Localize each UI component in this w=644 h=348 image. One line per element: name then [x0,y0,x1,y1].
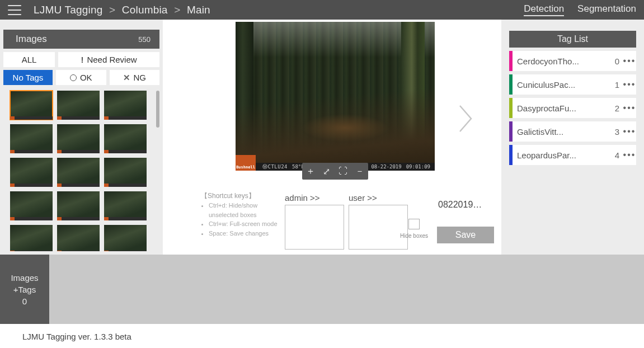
breadcrumb-project[interactable]: Columbia [122,4,168,16]
fullscreen-icon[interactable]: ⛶ [339,166,347,176]
zoom-out-icon[interactable]: － [355,166,364,177]
shortcut-item: Ctrl+d: Hide/show unselected boxes [209,201,279,219]
center-panel: Bushnell ⓂCTLU24 58°F 25°C 08-22-2019 09… [163,20,501,255]
hide-boxes-checkbox[interactable] [408,219,420,229]
right-panel: Tag List CerdocyonTho... 0 ••• Cuniculus… [501,20,644,255]
tag-row[interactable]: CerdocyonTho... 0 ••• [509,51,636,71]
tag-name: LeopardusPar... [517,151,615,160]
main-image[interactable]: Bushnell ⓂCTLU24 58°F 25°C 08-22-2019 09… [236,22,435,171]
save-button[interactable]: Save [437,227,494,243]
thumbnail[interactable] [104,225,147,251]
filter-ok-button[interactable]: OK [56,70,106,85]
chevron-right-icon: > [109,4,115,16]
tag-color-bar [509,145,513,165]
breadcrumb-app: LJMU Tagging [34,4,103,16]
bottom-strip: Images +Tags 0 [0,255,644,324]
image-viewer[interactable]: Bushnell ⓂCTLU24 58°F 25°C 08-22-2019 09… [236,22,435,172]
more-icon[interactable]: ••• [623,126,636,137]
more-icon[interactable]: ••• [623,150,636,160]
tab-segmentation[interactable]: Segmentation [577,3,636,16]
footer-version: LJMU Tagging ver. 1.3.3 beta [0,324,644,348]
thumbnail[interactable] [57,91,100,120]
tab-detection[interactable]: Detection [524,3,564,16]
tag-shortcut: 4 [615,151,619,160]
chevron-right-icon: > [174,4,180,16]
breadcrumb-set[interactable]: Main [187,4,210,16]
tag-shortcut: 3 [615,127,619,137]
more-icon[interactable]: ••• [623,79,636,90]
scrollbar-thumb[interactable] [156,91,159,128]
bottom-strip-l2: +Tags [13,284,36,295]
tag-shortcut: 1 [615,80,619,90]
thumbnail[interactable] [104,91,147,120]
bottom-strip-body [49,255,644,324]
filter-all-button[interactable]: ALL [3,52,55,67]
shortcut-item: Space: Save changes [209,229,279,238]
filter-need-review-button[interactable]: ! Need Review [58,52,159,67]
tag-color-bar [509,74,513,95]
filter-ng-button[interactable]: ✕ NG [110,70,160,85]
images-header: Images 550 [3,30,159,49]
tag-shortcut: 2 [615,104,619,113]
images-title: Images [16,34,47,45]
user-tags-label[interactable]: user >> [349,193,408,203]
left-panel: Images 550 ALL ! Need Review No Tags OK … [0,20,163,255]
tag-row[interactable]: LeopardusPar... 4 ••• [509,145,636,165]
expand-icon[interactable]: ⤢ [323,166,330,177]
tag-color-bar [509,51,513,71]
thumbnail[interactable] [104,158,147,187]
image-time: 09:01:09 [406,164,430,170]
tag-row[interactable]: CuniculusPac... 1 ••• [509,74,636,95]
filter-ok-label: OK [80,73,92,82]
hide-boxes-label: Hide boxes [398,233,430,239]
image-camera-id: ⓂCTLU24 [262,163,288,171]
thumbnail[interactable] [104,124,147,153]
tag-row[interactable]: DasyproctaFu... 2 ••• [509,98,636,118]
breadcrumb: LJMU Tagging > Columbia > Main [34,4,524,16]
image-toolbar: ＋ ⤢ ⛶ － [302,163,368,180]
admin-tags-label[interactable]: admin >> [285,193,344,203]
tag-color-bar [509,98,513,118]
tag-list-header: Tag List [509,31,636,48]
circle-icon [70,74,77,81]
filter-ng-label: NG [134,73,147,82]
thumbnail[interactable] [10,158,53,187]
shortcut-title: 【Shortcut keys】 [201,191,279,201]
tag-shortcut: 0 [615,57,619,66]
camera-brand-badge: Bushnell [236,155,256,171]
thumbnail[interactable] [104,191,147,220]
tag-list: CerdocyonTho... 0 ••• CuniculusPac... 1 … [509,51,636,165]
tag-color-bar [509,121,513,142]
image-date: 08-22-2019 [371,164,401,170]
tag-row[interactable]: GalictisVitt... 3 ••• [509,121,636,142]
bottom-strip-l1: Images [11,272,38,284]
thumbnail[interactable] [10,91,53,120]
thumbnail[interactable] [10,124,53,153]
tag-name: CuniculusPac... [517,80,615,90]
shortcut-hints: 【Shortcut keys】 Ctrl+d: Hide/show unsele… [201,191,279,238]
thumbnail[interactable] [57,124,100,153]
images-count: 550 [138,35,151,44]
exclamation-icon: ! [81,55,83,64]
thumbnail[interactable] [10,225,53,251]
thumbnail-grid [3,88,159,251]
thumbnail[interactable] [10,191,53,220]
menu-icon[interactable] [8,5,21,15]
admin-tags-box[interactable] [285,205,344,250]
shortcut-item: Ctrl+w: Full-screen mode [209,219,279,229]
filter-need-review-label: Need Review [87,55,137,64]
next-image-button[interactable] [458,104,474,134]
more-icon[interactable]: ••• [623,103,636,113]
filter-no-tags-button[interactable]: No Tags [3,70,53,85]
tag-name: GalictisVitt... [517,127,615,137]
more-icon[interactable]: ••• [623,56,636,66]
tag-name: DasyproctaFu... [517,104,615,113]
thumbnail[interactable] [57,225,100,251]
thumbnail[interactable] [57,158,100,187]
x-icon: ✕ [123,73,130,83]
file-name-label: 0822019… [438,200,483,210]
zoom-in-icon[interactable]: ＋ [306,166,315,177]
bottom-strip-header: Images +Tags 0 [0,255,49,324]
bottom-strip-count: 0 [22,295,27,307]
thumbnail[interactable] [57,191,100,220]
